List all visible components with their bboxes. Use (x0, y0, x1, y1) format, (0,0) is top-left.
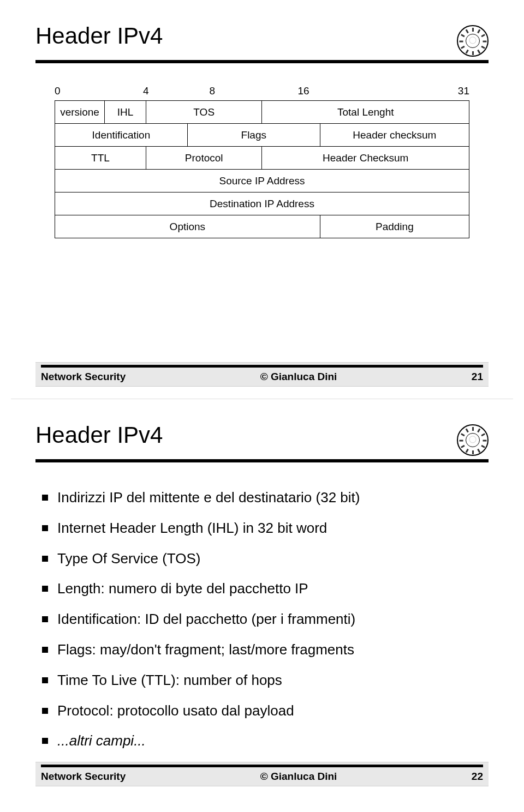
bullet-item: Indirizzi IP del mittente e del destinat… (57, 489, 489, 507)
bullet-item: Flags: may/don't fragment; last/more fra… (57, 641, 489, 659)
cell-total-length: Total Lenght (262, 101, 469, 124)
bullet-list: Indirizzi IP del mittente e del destinat… (35, 489, 489, 750)
ipv4-header-diagram: 0 4 8 16 31 versione IHL TOS Total (55, 85, 469, 238)
slide-footer: Network Security © Gianluca Dini 22 (35, 762, 489, 786)
ipv4-table: versione IHL TOS Total Lenght Identifica… (55, 100, 469, 238)
bit-label-8: 8 (210, 85, 216, 97)
bullet-item: Time To Live (TTL): number of hops (57, 671, 489, 690)
bit-label-16: 16 (297, 85, 309, 97)
bullet-item: Identification: ID del pacchetto (per i … (57, 610, 489, 629)
bullet-item: Internet Header Length (IHL) in 32 bit w… (57, 519, 489, 538)
cell-flags: Flags (187, 124, 320, 147)
title-underline (35, 459, 489, 462)
cell-identification: Identification (55, 124, 188, 147)
cell-header-checksum-2: Header Checksum (262, 147, 469, 170)
bullet-item-more: ...altri campi... (57, 732, 489, 750)
document-page: Header IPv4 (0, 7, 524, 798)
bit-ruler: 0 4 8 16 31 (55, 85, 469, 100)
slide-header-ipv4-diagram: Header IPv4 (11, 7, 513, 399)
title-row: Header IPv4 (35, 422, 489, 456)
cell-destination-ip: Destination IP Address (55, 193, 469, 215)
cell-tos: TOS (146, 101, 262, 124)
slide-title: Header IPv4 (35, 422, 163, 448)
cell-source-ip: Source IP Address (55, 170, 469, 193)
slide-footer: Network Security © Gianluca Dini 21 (35, 362, 489, 387)
title-row: Header IPv4 (35, 23, 489, 57)
cell-header-checksum: Header checksum (320, 124, 469, 147)
bullet-item: Type Of Service (TOS) (57, 550, 489, 568)
cell-padding: Padding (320, 215, 469, 238)
slide-header-ipv4-bullets: Header IPv4 (11, 406, 513, 798)
bit-label-4: 4 (143, 85, 149, 97)
bullet-item: Length: numero di byte del pacchetto IP (57, 580, 489, 598)
footer-page-number: 21 (472, 371, 483, 383)
slide-title: Header IPv4 (35, 23, 163, 49)
cell-protocol: Protocol (146, 147, 262, 170)
bit-label-0: 0 (55, 85, 61, 97)
footer-left: Network Security (41, 771, 126, 783)
bullet-item: Protocol: protocollo usato dal payload (57, 702, 489, 720)
footer-left: Network Security (41, 371, 126, 383)
university-seal-icon (457, 424, 489, 456)
footer-center: © Gianluca Dini (260, 371, 337, 383)
cell-options: Options (55, 215, 320, 238)
bit-label-31: 31 (458, 85, 469, 97)
cell-ttl: TTL (55, 147, 146, 170)
title-underline (35, 60, 489, 63)
footer-page-number: 22 (472, 771, 483, 783)
cell-versione: versione (55, 101, 105, 124)
university-seal-icon (457, 25, 489, 57)
footer-center: © Gianluca Dini (260, 771, 337, 783)
cell-ihl: IHL (105, 101, 146, 124)
